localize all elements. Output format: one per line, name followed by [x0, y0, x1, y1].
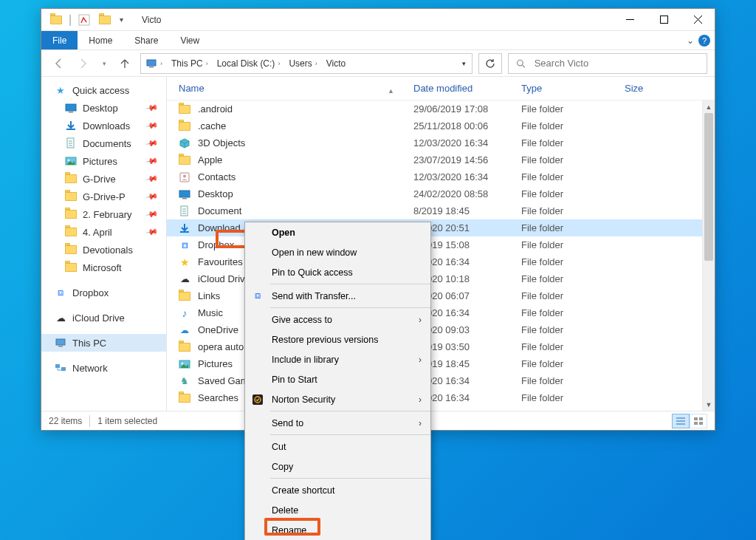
ribbon: File Home Share View ⌄ ? — [41, 31, 715, 50]
tab-view[interactable]: View — [169, 31, 210, 49]
file-row[interactable]: Apple23/07/2019 14:56File folder — [167, 151, 715, 168]
col-name[interactable]: Name▲ — [179, 83, 413, 94]
nav-dropbox[interactable]: ⧈ Dropbox — [41, 284, 166, 301]
recent-dropdown[interactable]: ▾ — [99, 53, 109, 74]
svg-rect-6 — [69, 112, 73, 113]
nav-network[interactable]: Network — [41, 359, 166, 377]
new-folder-qat-icon[interactable] — [94, 10, 115, 30]
folder-icon — [65, 262, 77, 273]
file-name: Favourites — [198, 256, 243, 267]
nav-item-g-drive-p[interactable]: G-Drive-P📌 — [41, 188, 166, 205]
scroll-down-icon[interactable]: ▼ — [703, 398, 715, 411]
navigation-pane: ★ Quick access Desktop📌Downloads📌Documen… — [41, 77, 167, 411]
folder-icon — [179, 103, 190, 115]
view-large-icons-button[interactable] — [690, 414, 707, 428]
ctx-open[interactable]: Open — [245, 222, 430, 242]
search-input[interactable] — [533, 57, 699, 69]
breadcrumb-box[interactable]: › This PC› Local Disk (C:)› Users› Victo… — [140, 53, 472, 74]
view-details-button[interactable] — [672, 414, 690, 428]
crumb-thispc[interactable]: This PC› — [167, 54, 213, 73]
nav-item-downloads[interactable]: Downloads📌 — [41, 117, 166, 134]
up-button[interactable] — [115, 53, 134, 74]
crumb-users[interactable]: Users› — [284, 54, 321, 73]
nav-item-label: 4. April — [83, 227, 112, 238]
refresh-button[interactable] — [478, 53, 502, 74]
file-row[interactable]: Desktop24/02/2020 08:58File folder — [167, 185, 715, 202]
nav-item-label: Desktop — [83, 103, 118, 114]
ctx-norton-security[interactable]: Norton Security› — [245, 389, 430, 409]
nav-item-pictures[interactable]: Pictures📌 — [41, 152, 166, 170]
tab-share[interactable]: Share — [123, 31, 169, 49]
close-button[interactable] — [681, 9, 715, 31]
address-dropdown-icon[interactable]: ▾ — [456, 60, 472, 67]
col-date[interactable]: Date modified — [413, 83, 521, 94]
file-row[interactable]: .cache25/11/2018 00:06File folder — [167, 117, 715, 134]
ctx-delete[interactable]: Delete — [245, 500, 430, 520]
ctx-pin-to-start[interactable]: Pin to Start — [245, 369, 430, 389]
minimize-button[interactable] — [613, 9, 647, 31]
nav-icloud[interactable]: ☁ iCloud Drive — [41, 309, 166, 327]
tab-file[interactable]: File — [41, 31, 78, 49]
nav-item-microsoft[interactable]: Microsoft — [41, 259, 166, 276]
file-row[interactable]: 3D Objects12/03/2020 16:34File folder — [167, 134, 715, 151]
properties-qat-icon[interactable] — [74, 10, 94, 30]
qat-dropdown-icon[interactable]: ▾ — [115, 10, 127, 30]
nav-this-pc[interactable]: This PC — [41, 334, 166, 352]
file-name: .cache — [198, 120, 226, 131]
scroll-thumb[interactable] — [704, 113, 713, 261]
file-type: File folder — [521, 120, 625, 131]
cloud-icon: ☁ — [55, 312, 66, 324]
nav-item-label: G-Drive — [83, 174, 116, 185]
crumb-disk[interactable]: Local Disk (C:)› — [213, 54, 285, 73]
file-name: opera auto — [198, 341, 244, 352]
nav-item-2-february[interactable]: 2. February📌 — [41, 205, 166, 223]
file-row[interactable]: Contacts12/03/2020 16:34File folder — [167, 168, 715, 185]
icloud-icon: ☁ — [179, 273, 190, 285]
col-size[interactable]: Size — [625, 83, 684, 94]
file-name: Apple — [198, 154, 222, 165]
file-date: 24/02/2020 08:58 — [413, 188, 521, 199]
ctx-send-to[interactable]: Send to› — [245, 413, 430, 433]
svg-rect-1 — [660, 16, 667, 24]
onedrive-icon: ☁ — [179, 324, 190, 336]
col-type[interactable]: Type — [521, 83, 625, 94]
ctx-create-shortcut[interactable]: Create shortcut — [245, 480, 430, 500]
forward-button[interactable] — [74, 53, 93, 74]
ctx-pin-quick-access[interactable]: Pin to Quick access — [245, 262, 430, 282]
ctx-include-in-library[interactable]: Include in library› — [245, 349, 430, 369]
pictures-icon — [179, 358, 190, 370]
back-button[interactable] — [49, 53, 68, 74]
explorer-icon[interactable] — [46, 10, 66, 30]
ctx-give-access-to[interactable]: Give access to› — [245, 310, 430, 329]
ctx-copy[interactable]: Copy — [245, 457, 430, 476]
scroll-up-icon[interactable]: ▲ — [703, 100, 715, 113]
ribbon-expand-icon[interactable]: ⌄ — [687, 35, 694, 46]
search-box[interactable] — [508, 53, 707, 74]
file-row[interactable]: Document8/2019 18:45File folder — [167, 202, 715, 219]
nav-item-documents[interactable]: Documents📌 — [41, 134, 166, 152]
svg-rect-21 — [694, 417, 698, 420]
nav-quick-access[interactable]: ★ Quick access — [41, 81, 166, 99]
ctx-send-with-transfer[interactable]: ⧈Send with Transfer... — [245, 286, 430, 306]
pin-icon: 📌 — [145, 101, 159, 115]
folder-icon — [65, 244, 77, 256]
file-date: 12/03/2020 16:34 — [413, 171, 521, 182]
nav-item-4-april[interactable]: 4. April📌 — [41, 223, 166, 241]
ctx-restore-previous[interactable]: Restore previous versions — [245, 329, 430, 349]
nav-item-desktop[interactable]: Desktop📌 — [41, 99, 166, 117]
pin-icon: 📌 — [145, 225, 159, 239]
svg-rect-11 — [58, 346, 63, 347]
ctx-rename[interactable]: Rename — [245, 520, 430, 540]
folder-icon — [65, 173, 77, 185]
maximize-button[interactable] — [647, 9, 681, 31]
crumb-victo[interactable]: Victo — [322, 54, 350, 73]
nav-item-devotionals[interactable]: Devotionals — [41, 241, 166, 259]
file-name: Saved Gam — [198, 375, 249, 386]
ctx-cut[interactable]: Cut — [245, 437, 430, 457]
nav-item-g-drive[interactable]: G-Drive📌 — [41, 170, 166, 188]
ctx-open-new-window[interactable]: Open in new window — [245, 242, 430, 262]
file-row[interactable]: .android29/06/2019 17:08File folder — [167, 100, 715, 117]
scrollbar[interactable]: ▲ ▼ — [702, 100, 715, 411]
tab-home[interactable]: Home — [78, 31, 123, 49]
help-button[interactable]: ? — [698, 35, 710, 47]
